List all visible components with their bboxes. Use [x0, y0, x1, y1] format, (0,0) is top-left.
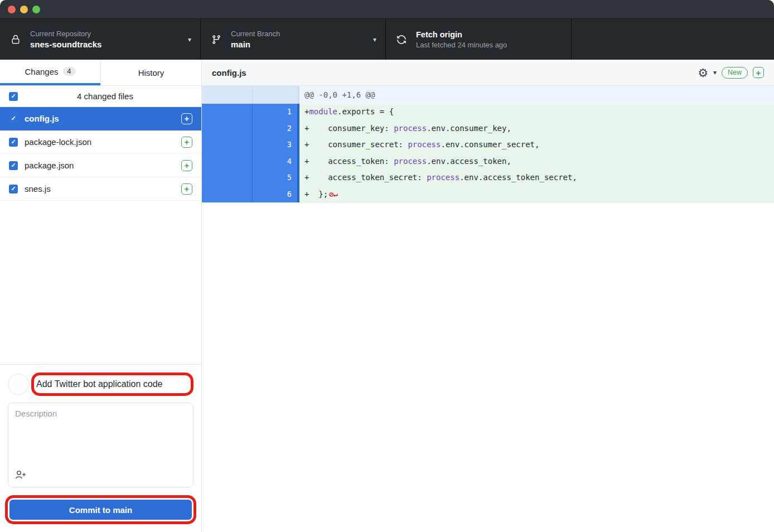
lock-icon [9, 34, 22, 45]
diff-pane: config.js ⚙ ▾ New + @@ -0,0 +1,6 @@ 1 +m… [202, 60, 774, 532]
file-checkbox[interactable]: ✓ [9, 161, 18, 170]
file-name: snes.js [25, 184, 181, 194]
minimize-button[interactable] [20, 6, 28, 13]
file-checkbox[interactable]: ✓ [9, 114, 18, 123]
diff-line-code: + access_token: process.env.access_token… [299, 153, 774, 170]
hunk-gutter-new [253, 86, 299, 104]
diff-bottom-border [202, 202, 774, 203]
add-file-icon[interactable]: + [181, 183, 192, 195]
fetch-origin-title: Fetch origin [416, 30, 507, 39]
commit-form: Commit to main [0, 364, 201, 532]
changed-files-count: 4 changed files [18, 91, 192, 101]
add-file-icon[interactable]: + [181, 137, 192, 148]
file-checkbox[interactable]: ✓ [9, 138, 18, 147]
sync-icon [395, 35, 408, 45]
gutter-new-line-number: 4 [253, 153, 299, 170]
diff-line[interactable]: 3 + consumer_secret: process.env.consume… [202, 137, 774, 153]
diff-line-code: + consumer_key: process.env.consumer_key… [299, 120, 774, 137]
file-checkbox[interactable]: ✓ [9, 185, 18, 194]
diff-line[interactable]: 5 + access_token_secret: process.env.acc… [202, 170, 774, 186]
titlebar [0, 0, 774, 19]
gutter-old-line-number [202, 170, 253, 186]
file-status-badge: New [722, 67, 748, 79]
gutter-old-line-number [202, 137, 253, 153]
file-name: package.json [25, 161, 181, 170]
add-coauthor-icon[interactable] [15, 470, 27, 482]
gutter-old-line-number [202, 104, 253, 120]
file-row[interactable]: ✓ package.json + [0, 154, 201, 177]
gutter-new-line-number: 6 [253, 186, 299, 203]
summary-highlight-annotation [31, 373, 194, 396]
diff-body: @@ -0,0 +1,6 @@ 1 +module.exports = { 2 … [202, 86, 774, 532]
file-name: package-lock.json [25, 137, 181, 147]
current-repository-value: snes-soundtracks [30, 40, 101, 49]
toolbar: Current Repository snes-soundtracks ▾ Cu… [0, 19, 774, 60]
commit-description-input[interactable] [8, 403, 193, 487]
file-list: ✓ config.js + ✓ package-lock.json + ✓ pa… [0, 107, 201, 201]
fetch-origin-subtitle: Last fetched 24 minutes ago [416, 41, 507, 49]
tab-history[interactable]: History [100, 60, 201, 85]
diff-lines: 1 +module.exports = { 2 + consumer_key: … [202, 104, 774, 203]
select-all-checkbox[interactable]: ✓ [9, 92, 18, 101]
changes-count-badge: 4 [63, 67, 76, 76]
diff-line-code: + };⊘↵ [299, 186, 774, 203]
chevron-down-icon: ▾ [367, 36, 376, 43]
gear-icon[interactable]: ⚙ [698, 67, 708, 79]
gutter-old-line-number [202, 120, 253, 137]
diff-file-title: config.js [212, 68, 246, 78]
tab-history-label: History [138, 68, 165, 78]
gutter-new-line-number: 1 [253, 104, 299, 120]
file-row[interactable]: ✓ config.js + [0, 107, 201, 130]
tab-changes[interactable]: Changes 4 [0, 60, 100, 85]
current-repository-label: Current Repository [30, 30, 101, 38]
maximize-button[interactable] [32, 6, 40, 13]
hunk-header-text: @@ -0,0 +1,6 @@ [299, 86, 774, 104]
file-row[interactable]: ✓ snes.js + [0, 177, 201, 201]
file-name: config.js [25, 114, 181, 123]
fetch-origin-button[interactable]: Fetch origin Last fetched 24 minutes ago [386, 19, 572, 60]
gutter-new-line-number: 5 [253, 170, 299, 186]
chevron-down-icon: ▾ [182, 36, 191, 43]
diff-hunk-header: @@ -0,0 +1,6 @@ [202, 86, 774, 104]
current-branch-value: main [231, 40, 280, 49]
add-file-icon[interactable]: + [181, 160, 192, 171]
diff-line[interactable]: 6 + };⊘↵ [202, 186, 774, 203]
toolbar-spacer [572, 19, 774, 60]
current-repository-dropdown[interactable]: Current Repository snes-soundtracks ▾ [0, 19, 201, 60]
file-row[interactable]: ✓ package-lock.json + [0, 130, 201, 154]
tab-changes-label: Changes [25, 67, 59, 76]
diff-line-code: +module.exports = { [299, 104, 774, 120]
hunk-gutter-old [202, 86, 253, 104]
sidebar: Changes 4 History ✓ 4 changed files ✓ co… [0, 60, 202, 532]
current-branch-dropdown[interactable]: Current Branch main ▾ [201, 19, 386, 60]
file-list-empty-space [0, 201, 201, 364]
add-file-icon[interactable]: + [181, 113, 192, 124]
diff-line-code: + consumer_secret: process.env.consumer_… [299, 137, 774, 153]
sidebar-tabs: Changes 4 History [0, 60, 201, 86]
diff-line[interactable]: 1 +module.exports = { [202, 104, 774, 120]
commit-button[interactable]: Commit to main [9, 500, 192, 520]
diff-line[interactable]: 4 + access_token: process.env.access_tok… [202, 153, 774, 170]
chevron-down-icon[interactable]: ▾ [713, 69, 717, 76]
commit-button-highlight-annotation: Commit to main [5, 495, 196, 524]
commit-description-box [8, 403, 194, 487]
gutter-new-line-number: 2 [253, 120, 299, 137]
git-branch-icon [210, 35, 223, 45]
gutter-old-line-number [202, 153, 253, 170]
gutter-old-line-number [202, 186, 253, 203]
main-area: Changes 4 History ✓ 4 changed files ✓ co… [0, 60, 774, 532]
plus-square-icon[interactable]: + [753, 67, 764, 78]
gutter-new-line-number: 3 [253, 137, 299, 153]
app-window: Current Repository snes-soundtracks ▾ Cu… [0, 0, 774, 532]
commit-summary-input[interactable] [36, 376, 188, 392]
files-header: ✓ 4 changed files [0, 86, 201, 107]
diff-header-actions: ⚙ ▾ New + [698, 67, 764, 79]
diff-line[interactable]: 2 + consumer_key: process.env.consumer_k… [202, 120, 774, 137]
diff-header: config.js ⚙ ▾ New + [202, 60, 774, 86]
diff-line-code: + access_token_secret: process.env.acces… [299, 170, 774, 186]
avatar [8, 374, 29, 395]
close-button[interactable] [8, 6, 16, 13]
current-branch-label: Current Branch [231, 30, 280, 38]
commit-summary-row [8, 373, 194, 396]
